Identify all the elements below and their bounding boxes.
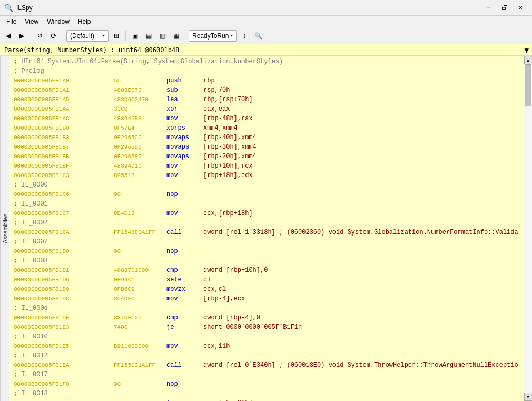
code-line: ; IL_0010 xyxy=(9,332,524,341)
menu-view[interactable]: View xyxy=(21,17,43,26)
options4-button[interactable]: ▦ xyxy=(170,30,182,42)
app-icon: 🔍 xyxy=(4,4,13,12)
code-line: 00000000005FB1F090nop xyxy=(9,379,524,389)
code-line: ; IL_0017 xyxy=(9,370,524,379)
manage-button[interactable]: ⊞ xyxy=(111,30,122,42)
toolbar-separator-2 xyxy=(63,31,63,41)
code-header-1: ; UInt64 System.UInt64.Parse(String, Sys… xyxy=(9,57,524,66)
assemblies-sidebar[interactable]: Assemblies xyxy=(0,56,9,401)
code-line: ; IL_0001 xyxy=(9,199,524,209)
header1-text: ; UInt64 System.UInt64.Parse(String, Sys… xyxy=(14,57,283,66)
scroll-track[interactable] xyxy=(524,64,532,393)
title-bar: 🔍 ILSpy − 🗗 ✕ xyxy=(0,0,532,16)
profile-label: (Default) xyxy=(70,32,94,40)
sort-button[interactable]: ↕ xyxy=(239,30,250,42)
toolbar: ◀ ▶ ↺ ⟳ (Default) ▾ ⊞ ▣ ▤ ▥ ▦ ReadyToRun… xyxy=(0,27,532,44)
code-line: ; IL_0000 xyxy=(9,180,524,190)
code-line: 00000000005FB1C3895518mov[rbp+18h],edx xyxy=(9,171,524,180)
window-controls: − 🗗 ✕ xyxy=(481,3,528,13)
code-line: 00000000005FB1B30F2965C0movaps[rbp-40h],… xyxy=(9,133,524,142)
code-line: 00000000005FB1B00F57E4xorpsxmm4,xmm4 xyxy=(9,123,524,133)
back-button[interactable]: ◀ xyxy=(2,30,14,42)
right-scrollbar[interactable]: ▲ ▼ xyxy=(524,56,532,401)
code-area[interactable]: ; UInt64 System.UInt64.Parse(String, Sys… xyxy=(9,56,524,401)
code-line: 00000000005FB1AC488945B8mov[rbp-48h],rax xyxy=(9,114,524,123)
minimize-button[interactable]: − xyxy=(481,3,496,13)
app-title: ILSpy xyxy=(16,4,481,12)
restore-button[interactable]: 🗗 xyxy=(497,3,512,13)
code-line: 00000000005FB1D090nop xyxy=(9,247,524,256)
header2-text: ; Prolog xyxy=(14,66,44,76)
code-line: 00000000005FB1A14883EC70subrsp,70h xyxy=(9,85,524,95)
breadcrumb-dropdown-icon[interactable]: ▼ xyxy=(525,46,529,54)
options3-button[interactable]: ▥ xyxy=(156,30,168,42)
code-line: 00000000005FB1F1488D4DE0learcx,[rbp-20h] xyxy=(9,398,524,401)
code-line: 00000000005FB1E5B911000000movecx,11h xyxy=(9,341,524,351)
code-line: 00000000005FB1E3740Cjeshort 0000`0000`00… xyxy=(9,322,524,332)
options2-button[interactable]: ▤ xyxy=(143,30,154,42)
code-line: ; IL_0012 xyxy=(9,351,524,360)
forward-button[interactable]: ▶ xyxy=(16,30,27,42)
options1-button[interactable]: ▣ xyxy=(129,30,141,42)
code-line: 00000000005FB1BF48894D10mov[rbp+10h],rcx xyxy=(9,161,524,171)
code-line: 00000000005FB1CAFF154881A1FFcallqword [r… xyxy=(9,228,524,237)
code-line: 00000000005FB1C78B4D18movecx,[rbp+18h] xyxy=(9,209,524,218)
code-line: 00000000005FB1D60F94C1setecl xyxy=(9,275,524,285)
code-line: 00000000005FB1B70F2965D0movaps[rbp-30h],… xyxy=(9,142,524,152)
code-line: ; IL_0008 xyxy=(9,256,524,266)
code-line: 00000000005FB1DC894DFCmov[rbp-4],ecx xyxy=(9,294,524,304)
language-label: ReadyToRun xyxy=(192,32,229,40)
close-button[interactable]: ✕ xyxy=(513,3,528,13)
search-button[interactable]: 🔍 xyxy=(252,30,264,42)
toolbar-separator-1 xyxy=(31,31,31,41)
scroll-down-button[interactable]: ▼ xyxy=(524,393,533,401)
language-dropdown-arrow: ▾ xyxy=(231,33,233,38)
code-line: ; IL_000d xyxy=(9,304,524,313)
language-dropdown[interactable]: ReadyToRun ▾ xyxy=(189,30,237,42)
breadcrumb-text: Parse(string, NumberStyles) : uint64 @06… xyxy=(4,46,179,54)
code-line: 00000000005FB1D148837D1000cmpqword [rbp+… xyxy=(9,266,524,275)
code-line: 00000000005FB1DF837DFC00cmpdword [rbp-4]… xyxy=(9,313,524,322)
code-line: 00000000005FB1AA33C0xoreax,eax xyxy=(9,104,524,114)
code-line: 00000000005FB1EAFF155031A1FFcallqword [r… xyxy=(9,360,524,370)
code-line: 00000000005FB1A5488D6C2470learbp,[rsp+70… xyxy=(9,95,524,104)
refresh-button[interactable]: ↺ xyxy=(34,30,46,42)
code-line: ; IL_0007 xyxy=(9,237,524,247)
code-line: 00000000005FB1A055pushrbp xyxy=(9,76,524,85)
code-line: ; IL_0018 xyxy=(9,389,524,398)
main-layout: Assemblies ; UInt64 System.UInt64.Parse(… xyxy=(0,56,532,401)
code-header-2: ; Prolog xyxy=(9,66,524,76)
code-line: ; IL_0002 xyxy=(9,218,524,228)
code-line: 00000000005FB1BB0F2965E0movaps[rbp-20h],… xyxy=(9,152,524,161)
menu-bar: File View Window Help xyxy=(0,16,532,27)
breadcrumb-bar: Parse(string, NumberStyles) : uint64 @06… xyxy=(0,44,532,56)
menu-file[interactable]: File xyxy=(2,17,21,26)
code-line: 00000000005FB1C690nop xyxy=(9,190,524,199)
scroll-thumb[interactable] xyxy=(525,64,531,106)
profile-dropdown[interactable]: (Default) ▾ xyxy=(66,30,109,42)
sidebar-label: Assemblies xyxy=(2,213,8,243)
toolbar-separator-3 xyxy=(125,31,126,41)
profile-dropdown-arrow: ▾ xyxy=(103,33,105,38)
reload-button[interactable]: ⟳ xyxy=(48,30,60,42)
menu-help[interactable]: Help xyxy=(74,17,95,26)
menu-window[interactable]: Window xyxy=(43,17,74,26)
code-line: 00000000005FB1D90FB6C9movzxecx,cl xyxy=(9,285,524,294)
scroll-up-button[interactable]: ▲ xyxy=(524,56,533,64)
toolbar-separator-4 xyxy=(185,31,185,41)
code-lines: 00000000005FB1A055pushrbp00000000005FB1A… xyxy=(9,76,524,401)
